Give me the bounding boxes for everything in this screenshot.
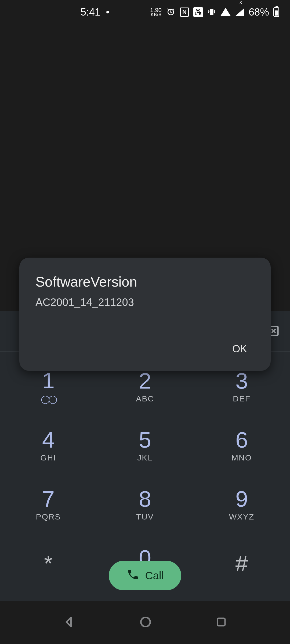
- call-button-label: Call: [145, 570, 164, 582]
- vibrate-icon: [207, 8, 216, 16]
- key-letters: PQRS: [36, 512, 61, 521]
- nav-home-button[interactable]: [139, 615, 153, 630]
- dialog-title: SoftwareVersion: [35, 274, 255, 290]
- key-digit: 6: [235, 429, 248, 451]
- key-star[interactable]: *: [8, 534, 89, 593]
- key-hash[interactable]: #: [201, 534, 282, 593]
- nav-recent-button[interactable]: [215, 616, 228, 630]
- svg-rect-2: [218, 618, 225, 626]
- key-9[interactable]: 9 WXYZ: [201, 475, 282, 534]
- battery-percent: 68%: [249, 6, 269, 18]
- call-button[interactable]: Call: [109, 561, 181, 590]
- dialog-ok-button[interactable]: OK: [225, 338, 255, 360]
- cell-signal-icon: x: [235, 8, 244, 16]
- key-digit: 2: [139, 369, 151, 392]
- key-digit: 9: [235, 488, 248, 510]
- key-5[interactable]: 5 JKL: [105, 416, 185, 475]
- wifi-icon: [220, 8, 231, 16]
- battery-icon: [273, 7, 279, 17]
- key-digit: 4: [42, 429, 55, 451]
- key-letters: ABC: [136, 394, 154, 403]
- key-letters: DEF: [233, 394, 251, 403]
- key-digit: 7: [42, 488, 55, 510]
- key-digit: #: [235, 551, 248, 577]
- svg-rect-0: [210, 9, 213, 15]
- key-4[interactable]: 4 GHI: [8, 416, 89, 475]
- voicemail-icon: ◯◯: [41, 394, 56, 404]
- key-letters: WXYZ: [229, 512, 255, 521]
- volte-icon: VoLTE: [193, 7, 203, 17]
- network-speed-indicator: 1.90 KB/S: [150, 8, 162, 17]
- software-version-dialog: SoftwareVersion AC2001_14_211203 OK: [19, 258, 271, 371]
- key-digit: 5: [139, 429, 151, 451]
- key-6[interactable]: 6 MNO: [201, 416, 282, 475]
- key-8[interactable]: 8 TUV: [105, 475, 185, 534]
- alarm-icon: [166, 7, 176, 17]
- nav-back-button[interactable]: [62, 615, 76, 630]
- dialog-body: AC2001_14_211203: [35, 296, 255, 308]
- key-letters: JKL: [137, 453, 153, 462]
- key-letters: GHI: [40, 453, 56, 462]
- key-digit: *: [44, 551, 53, 577]
- key-digit: 8: [139, 488, 151, 510]
- phone-icon: [126, 568, 139, 583]
- key-letters: TUV: [136, 512, 154, 521]
- key-letters: MNO: [231, 453, 252, 462]
- status-bar: 5:41 1.90 KB/S N VoLTE x 68%: [0, 0, 290, 24]
- key-digit: 3: [235, 369, 248, 392]
- dial-keypad: 1 ◯◯ 2 ABC 3 DEF 4 GHI 5 JKL 6 MNO 7 PQR…: [0, 357, 290, 593]
- svg-point-1: [141, 617, 150, 627]
- key-7[interactable]: 7 PQRS: [8, 475, 89, 534]
- key-digit: 1: [42, 369, 55, 392]
- notification-dot-icon: [106, 11, 109, 13]
- system-nav-bar: [0, 601, 290, 644]
- nfc-icon: N: [180, 8, 189, 17]
- status-time: 5:41: [81, 6, 100, 18]
